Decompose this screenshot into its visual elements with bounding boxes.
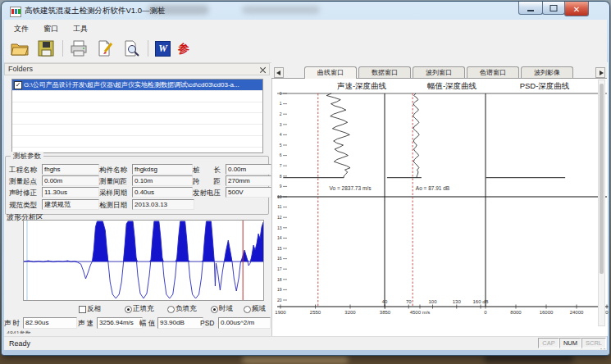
tab-wave-train-image[interactable]: 波列影像	[521, 66, 573, 78]
clipped-text: 4841参数	[7, 330, 31, 334]
psd-field[interactable]: 0.00us^2/m	[218, 317, 271, 329]
parameters-button[interactable]: 参	[174, 39, 194, 58]
open-file-button[interactable]	[10, 39, 30, 58]
param-value-field[interactable]: 270mm	[226, 175, 271, 186]
param-value-field[interactable]: 0.40us	[132, 187, 193, 198]
sound-speed-field[interactable]: 3256.94m/s	[97, 317, 143, 329]
param-label: 跨 距	[193, 177, 221, 187]
word-export-button[interactable]: W	[153, 39, 172, 58]
menu-tools[interactable]: 工具	[69, 21, 92, 36]
param-value-field[interactable]: 11.30us	[42, 187, 99, 198]
list-item-checkbox[interactable]: ✓	[14, 81, 22, 89]
export-button[interactable]	[95, 39, 115, 58]
param-value-field[interactable]: 0.00m	[42, 175, 99, 186]
svg-text:12: 12	[277, 215, 282, 220]
param-value-field[interactable]: fhgkdsg	[132, 164, 193, 175]
list-row-empty[interactable]	[12, 113, 262, 125]
waveform-chart	[24, 221, 263, 300]
svg-text:0: 0	[280, 91, 282, 96]
tab-scroll-left-button[interactable]	[274, 67, 284, 78]
svg-text:1: 1	[280, 101, 282, 106]
close-icon: ✕	[573, 4, 580, 13]
frequency-domain-radio[interactable]	[244, 306, 251, 313]
minimize-icon	[527, 10, 534, 11]
list-row-empty[interactable]	[12, 125, 262, 136]
time-domain-radio[interactable]	[211, 306, 218, 313]
svg-text:16: 16	[277, 256, 282, 261]
param-value-field[interactable]: 建筑规范	[42, 199, 99, 210]
list-row-empty[interactable]	[12, 91, 262, 102]
depth-profile-charts[interactable]: 0123456789101112131415161718192019002550…	[272, 90, 609, 328]
svg-text:3200: 3200	[344, 310, 356, 315]
folders-close-icon[interactable]	[259, 66, 266, 73]
status-key-scrl: SCRL	[581, 338, 606, 348]
folders-panel-title: Folders	[8, 65, 33, 73]
invert-checkbox[interactable]	[79, 306, 86, 313]
wave-analysis-plot[interactable]	[23, 220, 264, 301]
svg-text:3850: 3850	[380, 310, 391, 315]
scrollbar-thumb[interactable]	[600, 84, 604, 274]
titlebar[interactable]: 高铁建筑混凝土检测分析软件V1.0—测桩	[4, 2, 607, 20]
param-value-field[interactable]: 0.10m	[132, 175, 193, 186]
list-row-empty[interactable]	[12, 102, 262, 114]
sound-time-field[interactable]: 82.90us	[23, 317, 77, 329]
param-value-field[interactable]: 500V	[226, 187, 271, 198]
time-domain-label: 时域	[219, 304, 233, 314]
fill-positive-label: 正填充	[133, 304, 154, 314]
save-button[interactable]	[36, 39, 56, 58]
window-title: 高铁建筑混凝土检测分析软件V1.0—测桩	[25, 6, 166, 16]
maximize-button[interactable]	[542, 2, 565, 15]
amplitude-label: 幅 值	[139, 319, 155, 329]
tab-data-window[interactable]: 数据窗口	[358, 66, 411, 78]
svg-text:1900: 1900	[275, 310, 286, 315]
save-icon	[36, 39, 56, 58]
svg-text:24000: 24000	[570, 310, 584, 315]
svg-text:19: 19	[277, 287, 282, 292]
tab-wave-train-window[interactable]: 波列窗口	[413, 66, 465, 78]
minimize-button[interactable]	[518, 2, 543, 15]
vertical-scrollbar[interactable]	[598, 80, 605, 326]
menu-window[interactable]: 窗口	[39, 21, 62, 36]
close-button[interactable]: ✕	[564, 2, 589, 16]
print-button[interactable]	[69, 39, 89, 58]
list-item-selected[interactable]: ✓G:\公司产品设计开发\超声仪器\超声仪实地检测数据调试\cd\cd03\cd…	[12, 80, 262, 91]
svg-text:2: 2	[280, 111, 282, 116]
invert-label: 反相	[87, 304, 101, 314]
parameters-icon: 参	[174, 39, 194, 58]
param-value-field[interactable]: 0.00m	[226, 164, 271, 175]
svg-text:130: 130	[453, 299, 462, 304]
desktop-wallpaper-blob	[242, 355, 349, 363]
folders-list[interactable]: ✓G:\公司产品设计开发\超声仪器\超声仪实地检测数据调试\cd\cd03\cd…	[11, 79, 263, 153]
print-icon	[69, 39, 89, 58]
print-preview-button[interactable]	[121, 39, 141, 58]
fill-negative-radio[interactable]	[167, 306, 175, 313]
amplitude-curve	[413, 93, 420, 178]
desktop-wallpaper-blob	[484, 354, 574, 363]
svg-text:100: 100	[428, 299, 437, 304]
fill-negative-label: 负填充	[176, 304, 197, 314]
amplitude-field[interactable]: 93.90dB	[157, 317, 203, 329]
fill-positive-radio[interactable]	[125, 306, 132, 313]
amplitude-annotation: Ao = 87.91 dB	[416, 185, 449, 191]
svg-text:6: 6	[280, 152, 282, 157]
pile-params-group: 测桩参数 工程名称fhghs构件名称fhgkdsg桩 长0.00m测量起点0.0…	[5, 156, 269, 215]
svg-text:9: 9	[280, 184, 282, 189]
tab-scroll-right-button[interactable]	[595, 67, 605, 78]
param-label: 检测日期	[99, 201, 127, 211]
tab-curve-window[interactable]: 曲线窗口	[304, 66, 357, 79]
folders-panel-header[interactable]: Folders	[4, 63, 270, 75]
param-value-field[interactable]: fhghs	[42, 164, 99, 175]
list-row-empty[interactable]	[12, 136, 262, 148]
menu-file[interactable]: 文件	[10, 21, 33, 36]
param-label: 发射电压	[193, 189, 221, 198]
param-label: 测量间距	[99, 177, 127, 187]
param-value-field[interactable]: 2013.03.13	[132, 199, 194, 210]
statusbar: Ready	[4, 336, 607, 350]
tab-spectrum-window[interactable]: 色谱窗口	[467, 66, 519, 78]
velocity-curve	[326, 93, 350, 178]
sound-speed-label: 声 速	[78, 319, 93, 329]
status-key-num: NUM	[559, 338, 581, 348]
word-export-icon: W	[155, 41, 171, 57]
svg-text:8000: 8000	[510, 310, 522, 315]
param-label: 声时修正	[9, 189, 37, 198]
